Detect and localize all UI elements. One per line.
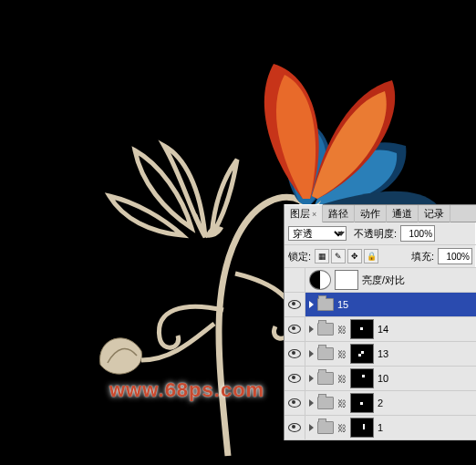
opacity-label: 不透明度:	[354, 227, 397, 241]
lock-transparency-button[interactable]: ▦	[315, 249, 329, 264]
folder-icon	[317, 372, 334, 385]
layer-name: 14	[378, 324, 388, 335]
link-icon: ⛓	[337, 374, 347, 384]
expand-icon[interactable]	[309, 301, 314, 308]
layer-name: 10	[378, 373, 388, 384]
layer-row-group-10[interactable]: ⛓ 10	[285, 367, 476, 391]
visibility-toggle[interactable]	[285, 342, 305, 366]
layer-list: 亮度/对比 15 ⛓ 14	[285, 268, 476, 440]
layer-row-group-2[interactable]: ⛓ 2	[285, 391, 476, 416]
folder-icon	[317, 397, 334, 409]
layer-name: 亮度/对比	[362, 274, 405, 287]
fill-label: 填充:	[411, 250, 434, 264]
expand-icon[interactable]	[309, 375, 314, 382]
layer-name: 13	[378, 348, 388, 359]
layer-name: 15	[337, 299, 348, 310]
layers-panel: 图层× 路径 动作 通道 记录 穿透 不透明度: 锁定: ▦ ✎ ✥ 🔒 填充:	[284, 204, 476, 440]
visibility-toggle[interactable]	[285, 416, 305, 439]
dropdown-arrow-icon	[337, 232, 345, 236]
visibility-toggle[interactable]	[285, 367, 305, 390]
eye-icon	[288, 325, 301, 334]
lock-label: 锁定:	[288, 250, 311, 264]
layer-row-adjustment[interactable]: 亮度/对比	[285, 268, 476, 293]
lock-pixels-button[interactable]: ✎	[331, 249, 346, 264]
layer-name: 2	[378, 398, 383, 408]
watermark-text: www.68ps.com	[109, 378, 264, 402]
link-icon: ⛓	[337, 349, 347, 359]
layer-name: 1	[378, 422, 383, 433]
link-icon: ⛓	[337, 325, 347, 335]
tab-actions[interactable]: 动作	[355, 205, 387, 222]
visibility-toggle[interactable]	[285, 268, 305, 292]
tab-close-icon[interactable]: ×	[312, 210, 316, 219]
layer-row-group-13[interactable]: ⛓ 13	[285, 342, 476, 367]
expand-icon[interactable]	[309, 326, 314, 333]
tab-channels[interactable]: 通道	[387, 205, 419, 222]
mask-thumb	[350, 344, 374, 364]
eye-icon	[288, 374, 301, 383]
layer-row-group-15[interactable]: 15	[285, 293, 476, 317]
tab-layers[interactable]: 图层×	[285, 204, 323, 222]
layer-row-group-1[interactable]: ⛓ 1	[285, 416, 476, 440]
panel-tabs: 图层× 路径 动作 通道 记录	[285, 205, 476, 222]
lock-position-button[interactable]: ✥	[347, 249, 362, 264]
eye-icon	[288, 300, 301, 309]
layer-row-group-14[interactable]: ⛓ 14	[285, 317, 476, 342]
opacity-input[interactable]	[400, 225, 435, 242]
blend-opacity-row: 穿透 不透明度:	[285, 222, 476, 245]
mask-thumb	[350, 393, 374, 413]
visibility-toggle[interactable]	[285, 391, 305, 415]
link-icon: ⛓	[337, 423, 347, 433]
eye-icon	[288, 349, 301, 358]
eye-icon	[288, 423, 301, 432]
link-icon: ⛓	[337, 398, 347, 408]
eye-icon	[288, 398, 301, 408]
lock-fill-row: 锁定: ▦ ✎ ✥ 🔒 填充:	[285, 245, 476, 268]
mask-thumb	[350, 368, 374, 388]
fill-input[interactable]	[438, 248, 472, 264]
expand-icon[interactable]	[309, 399, 314, 407]
mask-thumb	[350, 418, 374, 438]
adjustment-layer-icon	[309, 270, 331, 290]
visibility-toggle[interactable]	[285, 317, 305, 341]
folder-icon	[317, 347, 334, 360]
tab-layers-label: 图层	[290, 208, 310, 219]
mask-thumb	[350, 319, 374, 339]
layer-mask-thumb	[335, 270, 358, 290]
folder-icon	[317, 323, 334, 336]
lock-all-button[interactable]: 🔒	[364, 249, 378, 264]
tab-paths[interactable]: 路径	[323, 205, 355, 222]
folder-icon	[317, 421, 334, 434]
tab-history[interactable]: 记录	[419, 205, 450, 222]
expand-icon[interactable]	[309, 350, 314, 357]
visibility-toggle[interactable]	[285, 293, 305, 316]
expand-icon[interactable]	[309, 424, 314, 431]
folder-icon	[317, 298, 334, 311]
lock-icons-group: ▦ ✎ ✥ 🔒	[315, 249, 378, 264]
